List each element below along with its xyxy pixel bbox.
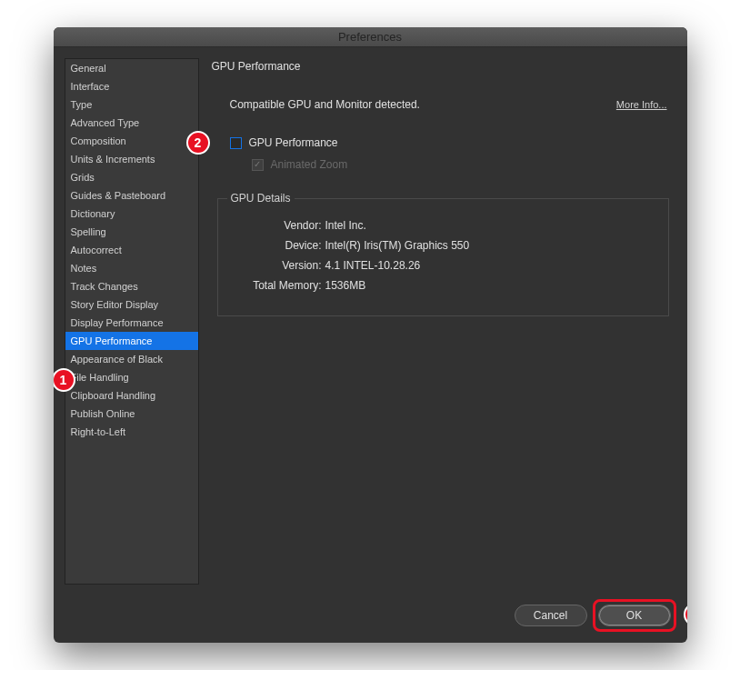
dialog-footer: Cancel OK 3 — [54, 595, 687, 643]
window-titlebar: Preferences — [54, 27, 687, 47]
sidebar-item[interactable]: Story Editor Display — [65, 295, 198, 314]
sidebar-item[interactable]: Grids — [65, 168, 198, 186]
animated-zoom-checkbox: ✓ — [252, 159, 264, 171]
sidebar-item[interactable]: Right-to-Left — [65, 423, 198, 441]
gpu-details-title: GPU Details — [227, 192, 295, 205]
window-title: Preferences — [338, 30, 402, 44]
detail-row-device: Device: Intel(R) Iris(TM) Graphics 550 — [231, 239, 655, 252]
callout-badge-2: 2 — [186, 131, 210, 155]
sidebar-item[interactable]: Notes — [65, 259, 198, 277]
sidebar-item[interactable]: Track Changes — [65, 277, 198, 295]
sidebar-item[interactable]: Autocorrect — [65, 241, 198, 259]
sidebar-item[interactable]: Units & Increments — [65, 150, 198, 168]
main-panel: GPU Performance Compatible GPU and Monit… — [212, 58, 676, 585]
preferences-window: Preferences GeneralInterfaceTypeAdvanced… — [54, 27, 687, 643]
detail-row-memory: Total Memory: 1536MB — [231, 279, 655, 292]
callout-badge-1: 1 — [54, 368, 75, 392]
sidebar-item[interactable]: Composition — [65, 132, 198, 150]
sidebar-item[interactable]: Clipboard Handling — [65, 386, 198, 405]
sidebar-item[interactable]: Spelling — [65, 223, 198, 241]
gpu-performance-checkbox-row[interactable]: 2 GPU Performance — [212, 136, 676, 149]
check-icon: ✓ — [254, 160, 261, 169]
sidebar-item[interactable]: Dictionary — [65, 205, 198, 223]
callout-badge-3: 3 — [684, 603, 687, 626]
window-content: GeneralInterfaceTypeAdvanced TypeComposi… — [54, 47, 687, 595]
detection-text: Compatible GPU and Monitor detected. — [230, 98, 420, 111]
sidebar-item[interactable]: Publish Online — [65, 405, 198, 423]
gpu-performance-label: GPU Performance — [249, 136, 338, 149]
panel-title: GPU Performance — [212, 60, 676, 73]
cancel-button[interactable]: Cancel — [515, 605, 587, 626]
sidebar-item[interactable]: Type — [65, 95, 198, 114]
detection-row: Compatible GPU and Monitor detected. Mor… — [212, 98, 676, 111]
sidebar-item[interactable]: Advanced Type — [65, 114, 198, 132]
sidebar-item[interactable]: Interface — [65, 77, 198, 95]
detail-row-vendor: Vendor: Intel Inc. — [231, 219, 655, 232]
gpu-details-group: GPU Details Vendor: Intel Inc. Device: I… — [217, 198, 669, 316]
sidebar-item[interactable]: Guides & Pasteboard — [65, 186, 198, 205]
animated-zoom-checkbox-row: ✓ Animated Zoom — [212, 158, 676, 171]
animated-zoom-label: Animated Zoom — [271, 158, 348, 171]
ok-highlight — [593, 599, 676, 632]
category-sidebar: GeneralInterfaceTypeAdvanced TypeComposi… — [65, 58, 199, 585]
detail-row-version: Version: 4.1 INTEL-10.28.26 — [231, 259, 655, 272]
sidebar-item[interactable]: Appearance of Black — [65, 350, 198, 368]
sidebar-item[interactable]: File Handling — [65, 368, 198, 386]
sidebar-item[interactable]: GPU Performance — [65, 332, 198, 350]
gpu-performance-checkbox[interactable] — [230, 137, 242, 149]
sidebar-item[interactable]: Display Performance — [65, 314, 198, 332]
sidebar-item[interactable]: General — [65, 59, 198, 77]
more-info-link[interactable]: More Info... — [616, 99, 676, 110]
